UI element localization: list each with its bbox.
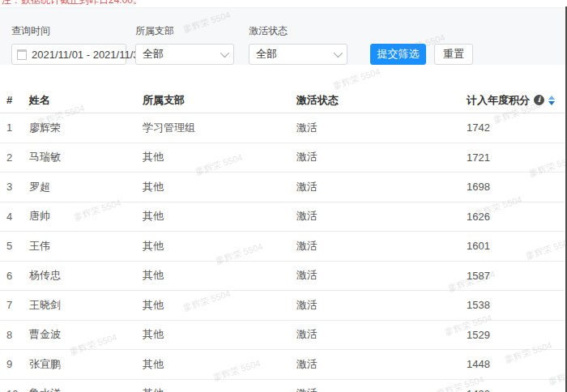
cell-index: 2 [0,143,23,173]
branch-select-value: 全部 [143,47,164,62]
sort-icon[interactable] [548,96,555,105]
cell-index: 6 [0,261,23,291]
table-row: 3罗超其他激活1698 [0,173,565,202]
table-row: 9张宜鹏其他激活1448 [0,350,565,380]
cell-index: 9 [0,350,23,380]
filter-group-date: 查询时间 2021/11/01 - 2021/11/30 [11,24,126,65]
cell-points: 1698 [460,173,565,202]
notice-text: 注：数据统计截止到昨日24:00。 [2,0,567,6]
cell-status: 激活 [290,113,460,143]
notice-strip: 注：数据统计截止到昨日24:00。 [0,0,567,7]
cell-name: 曹金波 [23,320,136,350]
cell-index: 5 [0,232,23,262]
status-select-value: 全部 [256,47,277,62]
cell-branch: 其他 [136,232,290,262]
cell-status: 激活 [290,173,460,202]
cell-status: 激活 [290,202,460,232]
sort-caret-down-icon [548,101,555,105]
table-row: 5王伟其他激活1601 [0,232,565,262]
cell-points: 1742 [460,113,565,143]
col-header-status: 激活状态 [290,87,460,113]
cell-branch: 其他 [136,320,290,350]
cell-index: 3 [0,173,23,202]
filter-group-branch: 所属支部 全部 [135,24,234,65]
table-row: 1廖辉荣学习管理组激活1742 [0,113,565,143]
cell-branch: 其他 [136,379,290,392]
cell-branch: 其他 [136,202,290,232]
date-range-input[interactable]: 2021/11/01 - 2021/11/30 [11,44,126,65]
table-row: 7王晓剑其他激活1538 [0,291,565,321]
cell-status: 激活 [290,261,460,291]
table-row: 2马瑞敏其他激活1721 [0,143,565,173]
status-filter-label: 激活状态 [249,24,347,38]
cell-status: 激活 [290,143,460,173]
cell-name: 鲁水洋 [23,379,136,392]
cell-points: 1721 [460,143,565,173]
cell-points: 1529 [460,320,565,350]
cell-branch: 其他 [136,173,290,202]
cell-name: 唐帅 [23,202,136,232]
filter-group-status: 激活状态 全部 [249,24,347,65]
cell-name: 王伟 [23,232,136,262]
calendar-icon [17,49,27,60]
cell-index: 7 [0,291,23,321]
cell-name: 杨传忠 [23,261,136,291]
col-header-points: 计入年度积分 i [460,87,565,113]
chevron-down-icon [220,49,229,58]
date-range-value: 2021/11/01 - 2021/11/30 [32,49,145,61]
date-filter-label: 查询时间 [11,24,126,38]
cell-branch: 其他 [136,350,290,380]
cell-points: 1538 [460,291,565,321]
col-header-points-label: 计入年度积分 [467,93,530,108]
cell-status: 激活 [290,379,460,392]
reset-button[interactable]: 重置 [434,44,473,65]
table-row: 10鲁水洋其他激活1433 [0,379,565,392]
cell-index: 8 [0,320,23,350]
cell-name: 廖辉荣 [23,113,136,143]
branch-select[interactable]: 全部 [135,44,234,65]
cell-name: 王晓剑 [23,291,136,321]
table-row: 4唐帅其他激活1626 [0,202,565,232]
table-header-row: # 姓名 所属支部 激活状态 计入年度积分 i [0,87,565,113]
cell-points: 1433 [460,379,565,392]
sort-caret-up-icon [548,96,555,100]
cell-status: 激活 [290,232,460,262]
col-header-name: 姓名 [23,87,136,113]
cell-status: 激活 [290,350,460,380]
cell-index: 4 [0,202,23,232]
cell-branch: 其他 [136,261,290,291]
col-header-index: # [0,87,23,113]
ranking-table: # 姓名 所属支部 激活状态 计入年度积分 i 1廖辉荣学习管理组激活1742 … [0,87,565,392]
chevron-down-icon [334,49,343,58]
status-select[interactable]: 全部 [249,44,347,65]
info-icon[interactable]: i [534,95,544,105]
cell-points: 1601 [460,232,565,262]
table-row: 8曹金波其他激活1529 [0,320,565,350]
cell-branch: 其他 [136,143,290,173]
cell-status: 激活 [290,320,460,350]
col-header-branch: 所属支部 [136,87,290,113]
cell-status: 激活 [290,291,460,321]
filter-bar: 查询时间 2021/11/01 - 2021/11/30 所属支部 全部 激活状… [0,7,567,65]
cell-index: 10 [0,379,23,392]
cell-name: 罗超 [23,173,136,202]
cell-points: 1587 [460,261,565,291]
submit-filter-button[interactable]: 提交筛选 [370,44,426,65]
cell-points: 1626 [460,202,565,232]
cell-name: 张宜鹏 [23,350,136,380]
branch-filter-label: 所属支部 [135,24,234,38]
cell-branch: 其他 [136,291,290,321]
table-row: 6杨传忠其他激活1587 [0,261,565,291]
cell-branch: 学习管理组 [136,113,290,143]
cell-index: 1 [0,113,23,143]
cell-points: 1448 [460,350,565,380]
cell-name: 马瑞敏 [23,143,136,173]
